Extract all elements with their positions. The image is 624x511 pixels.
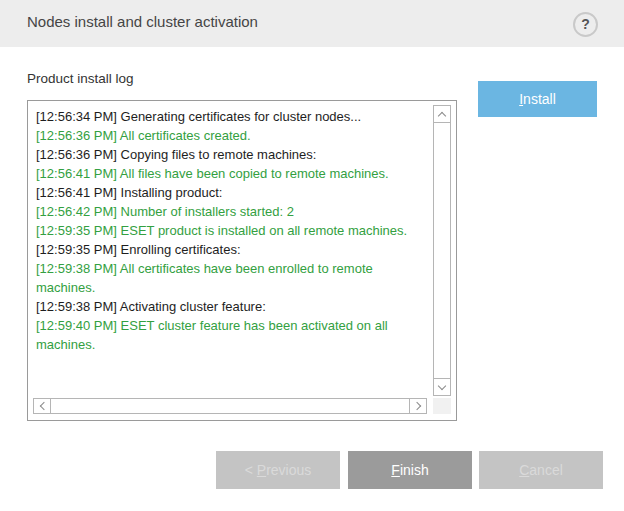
log-line: [12:56:34 PM] Generating certificates fo… <box>36 107 424 126</box>
log-line: [12:59:35 PM] Enrolling certificates: <box>36 240 424 259</box>
product-install-log-box: [12:56:34 PM] Generating certificates fo… <box>27 100 457 421</box>
log-line: [12:56:41 PM] Installing product: <box>36 183 424 202</box>
install-button[interactable]: Install <box>478 81 597 117</box>
log-line: [12:59:40 PM] ESET cluster feature has b… <box>36 316 424 354</box>
vertical-scrollbar <box>433 105 451 396</box>
scroll-up-button[interactable] <box>433 105 451 123</box>
scroll-right-button[interactable] <box>409 398 427 414</box>
finish-button[interactable]: Finish <box>348 451 472 489</box>
log-line: [12:59:35 PM] ESET product is installed … <box>36 221 424 240</box>
scroll-left-button[interactable] <box>33 398 51 414</box>
previous-button[interactable]: < Previous <box>216 451 340 489</box>
scroll-down-button[interactable] <box>433 378 451 396</box>
log-line: [12:56:36 PM] All certificates created. <box>36 126 424 145</box>
dialog-header: Nodes install and cluster activation ? <box>0 0 624 47</box>
log-line: [12:56:41 PM] All files have been copied… <box>36 164 424 183</box>
chevron-up-icon <box>438 111 446 119</box>
help-button[interactable]: ? <box>573 12 598 37</box>
chevron-down-icon <box>438 382 446 390</box>
dialog-title: Nodes install and cluster activation <box>27 13 258 30</box>
chevron-left-icon <box>39 402 47 410</box>
product-install-log-label: Product install log <box>27 71 134 86</box>
log-line: [12:59:38 PM] All certificates have been… <box>36 259 424 297</box>
horizontal-scrollbar-thumb[interactable] <box>50 398 410 414</box>
log-line: [12:59:38 PM] Activating cluster feature… <box>36 297 424 316</box>
cancel-button[interactable]: Cancel <box>479 451 603 489</box>
dialog-window: Nodes install and cluster activation ? P… <box>0 0 624 511</box>
log-line: [12:56:36 PM] Copying files to remote ma… <box>36 145 424 164</box>
log-line: [12:56:42 PM] Number of installers start… <box>36 202 424 221</box>
question-mark-icon: ? <box>581 16 590 32</box>
log-text-area[interactable]: [12:56:34 PM] Generating certificates fo… <box>28 101 424 392</box>
scrollbar-corner <box>433 398 451 414</box>
chevron-right-icon <box>413 402 421 410</box>
vertical-scrollbar-thumb[interactable] <box>433 122 451 379</box>
horizontal-scrollbar <box>33 398 427 414</box>
